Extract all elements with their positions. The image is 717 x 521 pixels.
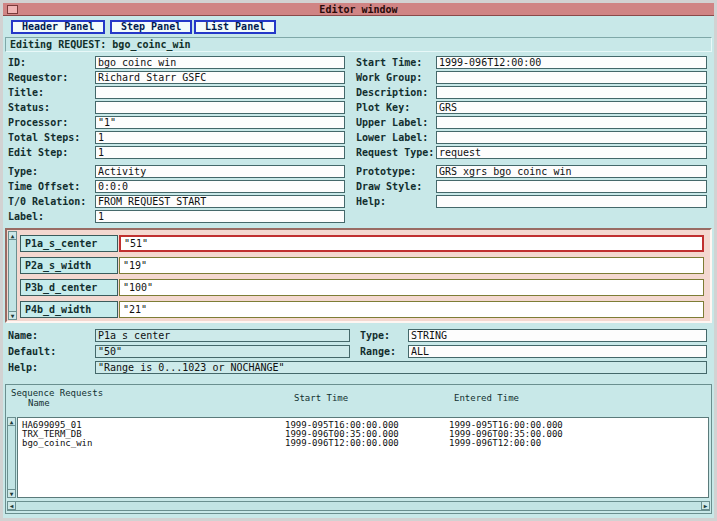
detail-help-field[interactable] [95,361,707,374]
status-label: Status: [8,101,50,114]
sequence-scrollbar-horizontal[interactable]: ◀ ▶ [7,501,710,511]
scroll-left-icon[interactable]: ◀ [7,501,16,510]
total-steps-field[interactable] [95,131,345,144]
draw-style-field[interactable] [436,180,707,193]
upper-label-field[interactable] [436,116,707,129]
detail-range-label: Range: [360,345,396,358]
parameters-scrollbar[interactable]: ▲ ▼ [8,231,17,320]
scroll-right-icon[interactable]: ▶ [701,501,710,510]
sequence-requests-list: HA699095_01 1999-095T16:00:00.000 1999-0… [17,417,709,498]
sequence-scrollbar-vertical[interactable]: ▲ ▼ [7,417,16,498]
param-value-input[interactable] [119,301,704,318]
start-time-field[interactable] [436,56,707,69]
sequence-column-start-time: Start Time [294,393,348,403]
type-field[interactable] [95,165,345,178]
scroll-up-icon[interactable]: ▲ [8,231,17,240]
detail-name-field[interactable] [95,329,350,342]
id-label: ID: [8,56,26,69]
type-label: Type: [8,165,38,178]
sequence-requests-panel: Sequence Requests Name Start Time Entere… [5,384,712,514]
scroll-down-icon[interactable]: ▼ [7,489,16,498]
param-value-input[interactable] [119,235,704,252]
detail-default-field[interactable] [95,345,350,358]
param-name[interactable]: P3b_d_center [20,279,118,296]
title-label: Title: [8,86,44,99]
editing-status: Editing REQUEST: bgo_coinc_win [5,37,712,52]
param-name[interactable]: P4b_d_width [20,301,118,318]
sequence-column-entered-time: Entered Time [454,393,519,403]
requestor-field[interactable] [95,71,345,84]
start-time-label: Start Time: [356,56,422,69]
detail-range-field[interactable] [408,345,707,358]
edit-step-field[interactable] [95,146,345,159]
title-bar: Editor window [3,3,714,16]
label-label: Label: [8,210,44,223]
prototype-label: Prototype: [356,165,416,178]
seq-row-name: bgo_coinc_win [22,439,92,448]
param-value-input[interactable] [119,279,704,296]
time-offset-field[interactable] [95,180,345,193]
status-field[interactable] [95,101,345,114]
id-field[interactable] [95,56,345,69]
help-field[interactable] [436,195,707,208]
upper-label-label: Upper Label: [356,116,428,129]
window-title: Editor window [3,4,714,15]
plot-key-label: Plot Key: [356,101,410,114]
processor-field[interactable] [95,116,345,129]
requestor-label: Requestor: [8,71,68,84]
t0-relation-field[interactable] [95,195,345,208]
edit-step-label: Edit Step: [8,146,68,159]
description-label: Description: [356,86,428,99]
sequence-column-name: Name [28,398,50,408]
scroll-down-icon[interactable]: ▼ [8,311,17,320]
list-panel-button[interactable]: List Panel [194,20,276,34]
parameters-panel: ▲ ▼ P1a_s_center P2a_s_width P3b_d_cente… [5,228,712,323]
detail-name-label: Name: [8,329,38,342]
seq-row-start: 1999-096T12:00:00.000 [285,439,399,448]
detail-help-label: Help: [8,361,38,374]
processor-label: Processor: [8,116,68,129]
prototype-field[interactable] [436,165,707,178]
param-name[interactable]: P2a_s_width [20,257,118,274]
description-field[interactable] [436,86,707,99]
help-label: Help: [356,195,386,208]
lower-label-field[interactable] [436,131,707,144]
time-offset-label: Time Offset: [8,180,80,193]
seq-row-entered: 1999-096T12:00:00 [449,439,541,448]
scroll-up-icon[interactable]: ▲ [7,417,16,426]
detail-type-field[interactable] [408,329,707,342]
header-panel-button[interactable]: Header Panel [11,20,105,34]
request-type-field[interactable] [436,146,707,159]
editor-window: Editor window Header Panel Step Panel Li… [0,0,717,521]
list-item[interactable]: bgo_coinc_win 1999-096T12:00:00.000 1999… [18,439,708,448]
draw-style-label: Draw Style: [356,180,422,193]
step-panel-button[interactable]: Step Panel [110,20,192,34]
sequence-title: Sequence Requests [11,388,103,398]
request-type-label: Request Type: [356,146,434,159]
detail-type-label: Type: [360,329,390,342]
plot-key-field[interactable] [436,101,707,114]
label-field[interactable] [95,210,345,223]
lower-label-label: Lower Label: [356,131,428,144]
title-field[interactable] [95,86,345,99]
t0-relation-label: T/0 Relation: [8,195,86,208]
param-value-input[interactable] [119,257,704,274]
work-group-label: Work Group: [356,71,422,84]
param-name[interactable]: P1a_s_center [20,235,118,252]
detail-default-label: Default: [8,345,56,358]
total-steps-label: Total Steps: [8,131,80,144]
work-group-field[interactable] [436,71,707,84]
